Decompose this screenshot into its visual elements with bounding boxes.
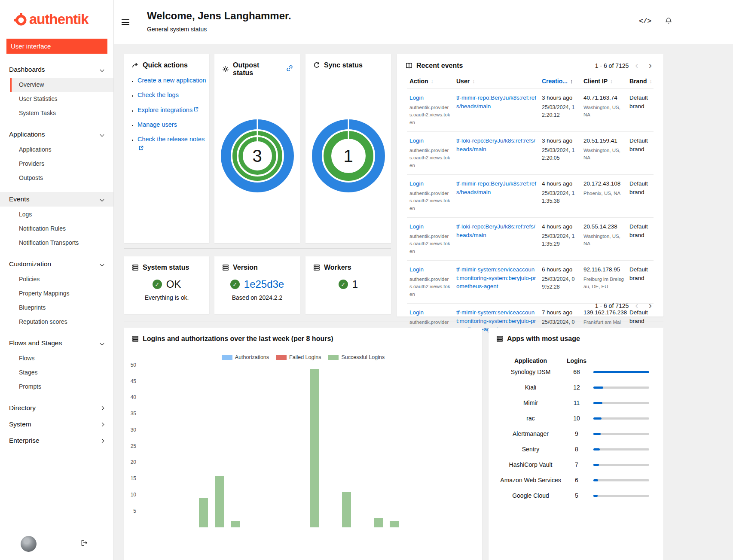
sidebar-item-reputation-scores[interactable]: Reputation scores [10,315,113,329]
sign-out-icon[interactable] [81,539,88,548]
version-subtitle: Based on 2024.2.2 [214,294,300,301]
event-action-link[interactable]: Login [409,180,424,188]
quick-action-manage-users[interactable]: Manage users [137,121,177,128]
column-header-brand[interactable]: Brand↕ [627,74,654,89]
chevron-icon [100,422,104,426]
sidebar-item-flows[interactable]: Flows [10,351,113,365]
chart-bar-successful-logins [231,521,240,527]
system-status-subtitle: Everything is ok. [124,294,209,301]
user-interface-button[interactable]: User interface [6,39,107,54]
sidebar-item-stages[interactable]: Stages [10,365,113,380]
sidebar-item-overview[interactable]: Overview [10,78,113,92]
sidebar-section-customization[interactable]: Customization [0,257,113,271]
app-usage-progress-bar [593,387,649,389]
notifications-bell-icon[interactable] [665,17,672,26]
quick-action-explore-integrations[interactable]: Explore integrations [137,107,199,113]
quick-action-check-the-release-notes[interactable]: Check the release notes [137,136,205,152]
sidebar-section-events[interactable]: Events [0,192,113,207]
event-action-link[interactable]: Login [409,94,424,102]
event-action-link[interactable]: Login [409,222,424,231]
event-user-link[interactable]: tf-mimir-repo:BeryJu/k8s:ref:refs/heads/… [456,94,537,110]
event-user-link[interactable]: tf-mimir-system:serviceaccount:monitorin… [456,265,537,291]
chevron-icon [100,262,104,266]
quick-action-link: Check the logs [137,91,179,98]
sidebar-section-label: Enterprise [9,437,40,444]
chevron-icon [100,197,104,201]
sidebar-section-flows-and-stages[interactable]: Flows and Stages [0,336,113,350]
outpost-status-card: Outpost status 3 [214,54,300,243]
sidebar-item-user-statistics[interactable]: User Statistics [10,92,113,106]
gear-icon [222,66,229,73]
recent-events-card: Recent events 1 - 6 of 7125 ‹ › Action↕ … [397,54,663,317]
event-action-link[interactable]: Login [409,137,424,145]
sidebar-section-items: Overview User Statistics System Tasks [0,78,113,120]
sort-icon: ↕ [610,79,613,85]
y-axis-tick: 35 [124,411,136,417]
app-usage-row: Alertmanager 9 [489,426,663,441]
pagination-prev-button[interactable]: ‹ [631,61,642,70]
sidebar-item-logs[interactable]: Logs [10,207,113,222]
event-action-context: authentik.providers.oauth2.views.token [409,104,451,127]
progress-fill [593,417,602,420]
system-status-value-row: ✓ OK [124,278,209,290]
quick-action-check-the-logs[interactable]: Check the logs [137,91,179,98]
sidebar-section-label: Applications [9,131,45,138]
event-client-ip: 20.55.14.238 [583,222,624,231]
quick-actions-card: Quick actions Create a new application C… [124,54,209,243]
column-header-client-ip[interactable]: Client IP↕ [581,74,627,89]
column-header-creation[interactable]: Creatio...↑ [539,74,581,89]
sidebar-item-blueprints[interactable]: Blueprints [10,301,113,315]
sidebar-section-applications[interactable]: Applications [0,127,113,142]
event-user-link[interactable]: tf-loki-repo:BeryJu/k8s:ref:refs/heads/m… [456,222,537,239]
event-user-link[interactable]: tf-loki-repo:BeryJu/k8s:ref:refs/heads/m… [456,137,537,153]
workers-value-row: ✓ 1 [305,278,391,290]
app-login-count: 9 [563,430,590,437]
pagination-next-button[interactable]: › [645,61,656,70]
progress-fill [593,433,601,435]
event-created-absolute: 25/03/2024, 11:35:38 [542,189,578,206]
sidebar-section-directory[interactable]: Directory [0,401,113,415]
sidebar-item-applications[interactable]: Applications [10,143,113,157]
y-axis-tick: 20 [124,459,136,465]
table-row: Loginauthentik.providers.oauth2.views.to… [407,261,654,304]
sidebar-item-notification-transports[interactable]: Notification Transports [10,236,113,250]
sidebar-item-outposts[interactable]: Outposts [10,171,113,185]
card-title: Apps with most usage [507,335,580,343]
sidebar-item-system-tasks[interactable]: System Tasks [10,106,113,120]
avatar[interactable] [21,536,37,552]
progress-fill [593,479,598,481]
sidebar-item-property-mappings[interactable]: Property Mappings [10,286,113,301]
sidebar-item-notification-rules[interactable]: Notification Rules [10,222,113,236]
quick-action-create-a-new-application[interactable]: Create a new application [137,77,206,84]
progress-fill [593,371,649,373]
sidebar-item-label: Blueprints [19,304,46,311]
event-user-link[interactable]: tf-mimir-repo:BeryJu/k8s:ref:refs/heads/… [456,180,537,196]
workers-card: Workers ✓ 1 [305,256,391,314]
sidebar-item-prompts[interactable]: Prompts [10,380,113,394]
version-link[interactable]: 1e25d3e [244,278,284,290]
quick-action-link: Check the release notes [137,136,205,143]
column-header-user[interactable]: User↕ [454,74,539,89]
pagination-prev-button[interactable]: ‹ [631,301,642,310]
event-created-absolute: 25/03/2024, 12:20:12 [542,103,578,120]
event-client-ip: 40.71.163.74 [583,94,624,102]
sidebar-section-system[interactable]: System [0,417,113,432]
column-header-action[interactable]: Action↕ [407,74,454,89]
sidebar-item-policies[interactable]: Policies [10,272,113,286]
app-name: Sentry [498,445,563,453]
event-action-link[interactable]: Login [409,265,424,274]
event-action-link[interactable]: Login [409,308,424,317]
pagination-next-button[interactable]: › [645,301,656,310]
hamburger-menu-icon[interactable] [122,19,129,27]
sidebar-item-providers[interactable]: Providers [10,157,113,171]
sidebar-section: Applications Applications Providers Outp… [0,127,113,185]
sidebar-item-label: System Tasks [19,110,56,116]
external-link-icon [139,145,144,152]
sidebar-section-enterprise[interactable]: Enterprise [0,433,113,448]
quick-action-link: Manage users [137,121,177,128]
external-link-icon[interactable] [286,65,293,73]
app-usage-row: Sentry 8 [489,441,663,457]
sidebar-section-dashboards[interactable]: Dashboards [0,62,113,77]
api-browser-icon[interactable]: </> [639,18,651,25]
app-usage-row: Mimir 11 [489,395,663,411]
